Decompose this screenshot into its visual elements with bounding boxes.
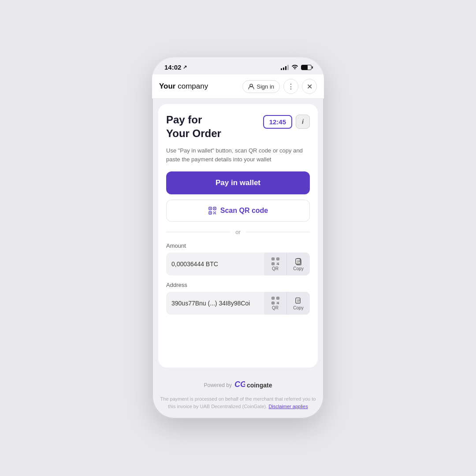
svg-rect-6	[210, 212, 211, 213]
card-title-line1: Pay for	[166, 113, 221, 126]
pay-wallet-button[interactable]: Pay in wallet	[166, 171, 310, 194]
svg-rect-14	[277, 263, 278, 264]
company-name: Your company	[159, 82, 208, 91]
status-icons	[281, 64, 312, 71]
amount-actions: QR Copy	[264, 253, 310, 275]
address-copy-button[interactable]: Copy	[287, 292, 310, 315]
powered-by: Powered by CG coingate	[160, 380, 316, 390]
company-rest: company	[175, 82, 208, 90]
signal-icon	[281, 65, 289, 70]
amount-qr-button[interactable]: QR	[264, 253, 287, 275]
address-copy-icon	[294, 297, 302, 305]
pay-wallet-label: Pay in wallet	[216, 178, 260, 187]
info-icon: i	[302, 118, 304, 125]
amount-value: 0,00036444 BTC	[166, 254, 264, 274]
svg-rect-30	[278, 303, 279, 304]
timer-badge: 12:45	[263, 115, 292, 129]
signin-button[interactable]: Sign in	[242, 80, 280, 93]
amount-copy-label: Copy	[293, 266, 303, 271]
user-icon	[248, 83, 254, 89]
svg-rect-5	[214, 208, 215, 209]
company-bold: Your	[159, 82, 175, 90]
divider-line-left	[166, 232, 230, 232]
signin-label: Sign in	[257, 83, 274, 90]
top-bar: Your company Sign in ⋮ ✕	[152, 74, 324, 99]
address-value: 390us77Bnu (...) 34I8y98Coi	[166, 294, 264, 313]
address-label: Address	[166, 282, 310, 288]
location-icon: ↗	[183, 64, 187, 70]
header-controls: 12:45 i	[263, 115, 310, 129]
address-copy-label: Copy	[293, 305, 303, 310]
amount-input-row: 0,00036444 BTC	[166, 253, 310, 275]
footer: Powered by CG coingate The payment is pr…	[152, 373, 324, 419]
qr-scan-icon	[208, 206, 217, 215]
svg-rect-24	[277, 298, 278, 298]
address-qr-button[interactable]: QR	[264, 292, 287, 315]
amount-qr-label: QR	[272, 266, 279, 271]
svg-rect-16	[277, 264, 278, 265]
or-text: or	[235, 229, 241, 235]
svg-rect-10	[272, 258, 273, 259]
qr-icon	[271, 257, 279, 265]
svg-rect-27	[277, 302, 278, 303]
close-button[interactable]: ✕	[302, 79, 317, 94]
more-button[interactable]: ⋮	[283, 79, 298, 94]
time-display: 14:02	[164, 63, 181, 71]
copy-icon	[294, 257, 302, 265]
address-qr-icon	[271, 297, 279, 305]
wifi-icon	[291, 64, 298, 71]
svg-rect-13	[277, 263, 278, 264]
svg-rect-12	[272, 263, 273, 264]
footer-disclaimer: The payment is processed on behalf of th…	[160, 395, 316, 410]
scan-qr-button[interactable]: Scan QR code	[166, 200, 310, 222]
svg-rect-4	[210, 208, 211, 209]
scan-qr-label: Scan QR code	[220, 207, 268, 215]
coingate-name: coingate	[247, 382, 272, 389]
divider-line-right	[246, 232, 310, 232]
card-header: Pay for Your Order 12:45 i	[166, 113, 310, 140]
info-button[interactable]: i	[296, 115, 310, 129]
battery-icon	[301, 65, 312, 70]
address-actions: QR Copy	[264, 292, 310, 315]
status-bar: 14:02 ↗	[152, 57, 324, 74]
svg-rect-11	[277, 258, 278, 259]
or-divider: or	[166, 229, 310, 235]
card-title-line2: Your Order	[166, 126, 221, 140]
address-input-row: 390us77Bnu (...) 34I8y98Coi	[166, 292, 310, 315]
phone-shell: 14:02 ↗ Your company	[152, 57, 324, 419]
content-card: Pay for Your Order 12:45 i Use "Pay in w…	[158, 104, 318, 368]
svg-rect-25	[272, 302, 273, 303]
svg-rect-28	[278, 302, 279, 303]
card-description: Use "Pay in wallet" button, scan QR code…	[166, 146, 310, 164]
svg-rect-15	[278, 263, 279, 264]
coingate-logo: CG coingate	[234, 380, 272, 390]
amount-label: Amount	[166, 242, 310, 249]
close-icon: ✕	[307, 82, 312, 91]
coingate-logo-icon: CG	[234, 380, 245, 390]
top-bar-actions: Sign in ⋮ ✕	[242, 79, 317, 94]
more-icon: ⋮	[287, 82, 294, 91]
powered-by-text: Powered by	[204, 382, 232, 388]
address-qr-label: QR	[272, 305, 279, 310]
svg-rect-23	[272, 298, 273, 298]
status-time: 14:02 ↗	[164, 63, 187, 71]
amount-copy-button[interactable]: Copy	[287, 253, 310, 275]
disclaimer-link[interactable]: Disclaimer applies	[268, 404, 308, 409]
card-title: Pay for Your Order	[166, 113, 221, 140]
svg-rect-26	[277, 302, 278, 303]
svg-rect-29	[277, 303, 278, 304]
svg-rect-17	[278, 264, 279, 265]
svg-text:CG: CG	[234, 380, 245, 388]
